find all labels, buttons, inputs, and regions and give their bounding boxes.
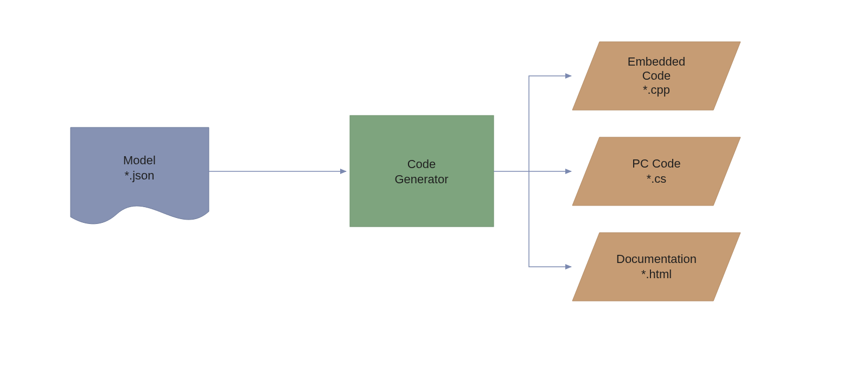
generator-node: Code Generator <box>350 116 494 227</box>
model-subtitle: *.json <box>124 169 154 182</box>
model-title: Model <box>123 153 156 167</box>
output-doc-line1: Documentation <box>616 252 697 266</box>
output-doc-line2: *.html <box>641 267 672 281</box>
output-embedded: Embedded Code *.cpp <box>572 42 741 110</box>
output-embedded-line1: Embedded <box>628 55 685 68</box>
output-embedded-line2: Code <box>642 69 671 82</box>
output-pc-line1: PC Code <box>632 157 680 170</box>
arrow-to-embedded <box>529 76 571 171</box>
process-rect-icon <box>350 116 494 227</box>
output-pc-code: PC Code *.cs <box>572 137 741 206</box>
generator-output-arrows <box>494 76 571 267</box>
model-node: Model *.json <box>71 127 209 224</box>
output-documentation: Documentation *.html <box>572 233 741 301</box>
arrow-to-documentation <box>529 171 571 267</box>
generator-title: Code <box>407 157 436 171</box>
code-generator-diagram: Model *.json Code Generator Embedded Cod… <box>0 0 868 385</box>
output-embedded-line3: *.cpp <box>643 83 670 97</box>
output-pc-line2: *.cs <box>647 172 667 185</box>
generator-subtitle: Generator <box>394 172 448 186</box>
